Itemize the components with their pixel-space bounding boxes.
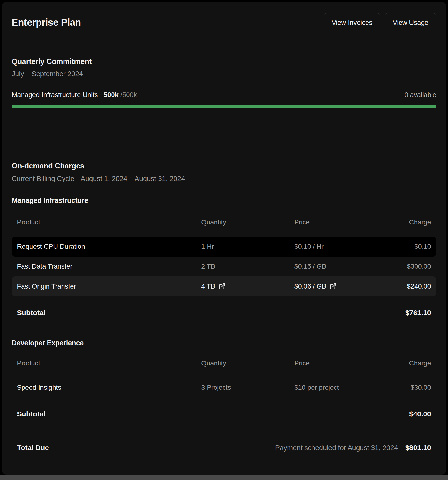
- units-total-value: /500k: [120, 91, 137, 99]
- subtotal-amount: $761.10: [405, 309, 431, 317]
- commitment-period: July – September 2024: [12, 70, 436, 78]
- row-quantity: 3 Projects: [201, 384, 294, 391]
- column-header-quantity: Quantity: [201, 218, 294, 226]
- group-heading-managed-infrastructure: Managed Infrastructure: [12, 196, 436, 205]
- view-usage-button[interactable]: View Usage: [385, 13, 436, 32]
- row-charge: $30.00: [411, 384, 431, 391]
- row-product-name: Request CPU Duration: [17, 243, 201, 250]
- table-rows-developer-experience: Speed Insights 3 Projects $10 per projec…: [12, 378, 436, 397]
- table-row-fast-origin-transfer[interactable]: Fast Origin Transfer 4 TB $0.06 / GB $24…: [12, 276, 436, 296]
- billing-cycle-row: Current Billing Cycle August 1, 2024 – A…: [12, 175, 436, 183]
- row-quantity: 2 TB: [201, 263, 294, 270]
- row-charge: $0.10: [414, 243, 431, 250]
- row-product-name: Fast Data Transfer: [17, 263, 201, 270]
- usage-progress-bar: [12, 105, 436, 108]
- total-due-right: Payment scheduled for August 31, 2024 $8…: [275, 444, 431, 452]
- column-header-charge: Charge: [409, 218, 431, 226]
- table-row-fast-data-transfer[interactable]: Fast Data Transfer 2 TB $0.15 / GB $300.…: [12, 257, 436, 276]
- page-background-strip: [0, 475, 448, 480]
- units-metric-label: Managed Infrastructure Units: [12, 91, 98, 99]
- billing-plan-card: Enterprise Plan View Invoices View Usage…: [2, 2, 446, 475]
- usage-progress-fill: [12, 105, 436, 108]
- row-product-name: Speed Insights: [17, 384, 201, 391]
- table-row-speed-insights[interactable]: Speed Insights 3 Projects $10 per projec…: [12, 378, 436, 397]
- total-due-label: Total Due: [17, 444, 49, 452]
- column-header-charge: Charge: [409, 359, 431, 367]
- subtotal-label: Subtotal: [17, 309, 46, 317]
- column-header-quantity: Quantity: [201, 359, 294, 367]
- subtotal-amount: $40.00: [409, 410, 431, 418]
- row-quantity: 4 TB: [201, 282, 294, 290]
- units-available-label: 0 available: [404, 91, 436, 99]
- quarterly-commitment-title: Quarterly Commitment: [12, 57, 436, 66]
- total-due-row: Total Due Payment scheduled for August 3…: [12, 437, 436, 459]
- subtotal-row-developer-experience: Subtotal $40.00: [12, 403, 436, 425]
- column-header-product: Product: [17, 359, 201, 367]
- total-due-amount: $801.10: [405, 444, 431, 452]
- card-header: Enterprise Plan View Invoices View Usage: [2, 2, 446, 43]
- column-header-product: Product: [17, 218, 201, 226]
- column-header-price: Price: [294, 218, 409, 226]
- row-price: $0.06 / GB: [294, 282, 407, 290]
- table-header-developer-experience: Product Quantity Price Charge: [12, 359, 436, 372]
- page-title: Enterprise Plan: [12, 17, 81, 28]
- row-charge: $300.00: [407, 263, 431, 270]
- row-price: $0.10 / Hr: [294, 243, 414, 250]
- group-heading-developer-experience: Developer Experience: [12, 339, 436, 347]
- on-demand-charges-section: On-demand Charges Current Billing Cycle …: [2, 126, 446, 459]
- row-price: $10 per project: [294, 384, 411, 391]
- view-invoices-button[interactable]: View Invoices: [324, 13, 380, 32]
- units-row: Managed Infrastructure Units 500k /500k …: [12, 91, 436, 99]
- billing-cycle-range: August 1, 2024 – August 31, 2024: [81, 175, 185, 183]
- header-actions: View Invoices View Usage: [324, 13, 436, 32]
- external-link-icon[interactable]: [330, 283, 336, 290]
- row-quantity-value: 4 TB: [201, 282, 215, 290]
- table-header-managed-infrastructure: Product Quantity Price Charge: [12, 218, 436, 231]
- table-row-request-cpu-duration[interactable]: Request CPU Duration 1 Hr $0.10 / Hr $0.…: [12, 237, 436, 257]
- row-price-value: $0.06 / GB: [294, 282, 326, 290]
- on-demand-charges-title: On-demand Charges: [12, 162, 436, 170]
- row-product-name: Fast Origin Transfer: [17, 282, 201, 290]
- row-price: $0.15 / GB: [294, 263, 407, 270]
- units-left: Managed Infrastructure Units 500k /500k: [12, 91, 137, 99]
- billing-cycle-label: Current Billing Cycle: [12, 175, 74, 183]
- units-used-value: 500k: [104, 91, 119, 99]
- external-link-icon[interactable]: [219, 283, 225, 290]
- subtotal-row-managed-infrastructure: Subtotal $761.10: [12, 302, 436, 324]
- subtotal-label: Subtotal: [17, 410, 46, 418]
- quarterly-commitment-section: Quarterly Commitment July – September 20…: [2, 43, 446, 126]
- table-rows-managed-infrastructure: Request CPU Duration 1 Hr $0.10 / Hr $0.…: [12, 237, 436, 296]
- row-quantity: 1 Hr: [201, 243, 294, 250]
- payment-schedule-note: Payment scheduled for August 31, 2024: [275, 444, 398, 452]
- column-header-price: Price: [294, 359, 409, 367]
- row-charge: $240.00: [407, 282, 431, 290]
